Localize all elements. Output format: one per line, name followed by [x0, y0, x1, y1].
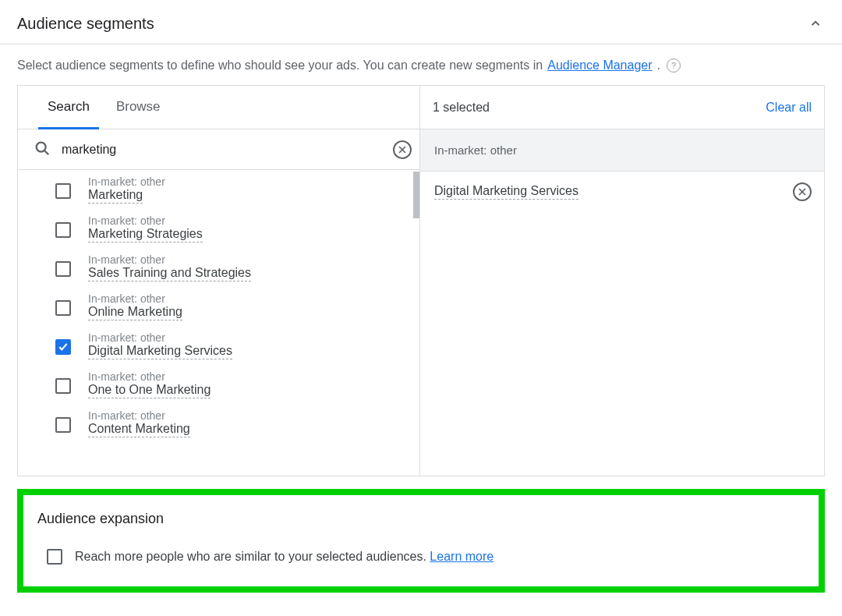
section-title: Audience segments	[17, 15, 154, 33]
audience-expansion-checkbox[interactable]	[47, 549, 62, 565]
scrollbar-thumb[interactable]	[413, 172, 419, 218]
result-text[interactable]: In-market: otherSales Training and Strat…	[88, 253, 404, 281]
svg-line-1	[44, 150, 48, 154]
result-text[interactable]: In-market: otherOne to One Marketing	[88, 370, 404, 398]
results-list: In-market: otherMarketingIn-market: othe…	[18, 170, 419, 476]
tab-search[interactable]: Search	[38, 86, 99, 129]
result-checkbox[interactable]	[55, 417, 71, 433]
clear-all-button[interactable]: Clear all	[766, 101, 812, 115]
result-name: Marketing Strategies	[88, 227, 203, 243]
result-text[interactable]: In-market: otherMarketing	[88, 175, 404, 204]
result-text[interactable]: In-market: otherOnline Marketing	[88, 292, 404, 320]
tabs: Search Browse	[18, 86, 419, 129]
segments-panel: Search Browse In-market: otherMarketingI…	[17, 85, 825, 476]
result-row: In-market: otherDigital Marketing Servic…	[18, 326, 419, 365]
result-category: In-market: other	[88, 214, 404, 227]
result-row: In-market: otherSales Training and Strat…	[18, 248, 419, 287]
section-header: Audience segments	[0, 0, 842, 44]
tab-browse[interactable]: Browse	[107, 86, 170, 129]
audience-expansion-title: Audience expansion	[37, 511, 805, 527]
intro-text-before: Select audience segments to define who s…	[17, 58, 543, 73]
search-input[interactable]	[60, 142, 393, 158]
result-category: In-market: other	[88, 331, 404, 344]
result-row: In-market: otherMarketing	[18, 170, 419, 209]
result-text[interactable]: In-market: otherDigital Marketing Servic…	[88, 331, 404, 359]
result-checkbox[interactable]	[55, 378, 71, 394]
selected-count: 1 selected	[433, 101, 490, 115]
selected-row: Digital Marketing Services	[420, 172, 824, 212]
result-name: One to One Marketing	[88, 383, 210, 398]
audience-expansion-text: Reach more people who are similar to you…	[75, 550, 494, 564]
chevron-up-icon	[808, 16, 823, 30]
result-name: Digital Marketing Services	[88, 344, 232, 359]
result-category: In-market: other	[88, 409, 404, 422]
audience-expansion-desc: Reach more people who are similar to you…	[75, 550, 430, 563]
result-checkbox[interactable]	[55, 300, 71, 316]
audience-expansion-section: Audience expansion Reach more people who…	[17, 489, 825, 593]
result-row: In-market: otherOnline Marketing	[18, 287, 419, 326]
collapse-toggle[interactable]	[806, 14, 825, 33]
selected-header: 1 selected Clear all	[420, 86, 824, 129]
close-icon	[798, 187, 807, 196]
selected-group-header: In-market: other	[420, 129, 824, 172]
result-row: In-market: otherContent Marketing	[18, 404, 419, 443]
intro-text: Select audience segments to define who s…	[0, 44, 842, 85]
intro-text-after: .	[657, 58, 660, 73]
remove-selected-button[interactable]	[793, 182, 812, 201]
result-category: In-market: other	[88, 253, 404, 266]
audience-manager-link[interactable]: Audience Manager	[547, 58, 652, 73]
result-checkbox[interactable]	[55, 183, 71, 199]
search-icon	[34, 140, 51, 160]
left-column: Search Browse In-market: otherMarketingI…	[18, 86, 420, 476]
selected-name: Digital Marketing Services	[434, 184, 578, 200]
search-row	[18, 129, 419, 170]
learn-more-link[interactable]: Learn more	[430, 550, 494, 563]
svg-point-0	[37, 142, 46, 151]
result-name: Sales Training and Strategies	[88, 266, 251, 281]
close-icon	[398, 145, 407, 154]
result-checkbox[interactable]	[55, 339, 71, 355]
result-text[interactable]: In-market: otherContent Marketing	[88, 409, 404, 437]
result-text[interactable]: In-market: otherMarketing Strategies	[88, 214, 404, 243]
help-icon[interactable]: ?	[667, 58, 681, 73]
result-row: In-market: otherMarketing Strategies	[18, 209, 419, 248]
result-category: In-market: other	[88, 175, 404, 188]
result-checkbox[interactable]	[55, 222, 71, 238]
result-name: Marketing	[88, 188, 143, 204]
result-row: In-market: otherOne to One Marketing	[18, 365, 419, 404]
right-column: 1 selected Clear all In-market: other Di…	[420, 86, 824, 476]
result-category: In-market: other	[88, 292, 404, 305]
result-name: Online Marketing	[88, 305, 182, 320]
result-checkbox[interactable]	[55, 261, 71, 277]
clear-search-button[interactable]	[393, 140, 412, 159]
result-name: Content Marketing	[88, 422, 190, 437]
result-category: In-market: other	[88, 370, 404, 383]
